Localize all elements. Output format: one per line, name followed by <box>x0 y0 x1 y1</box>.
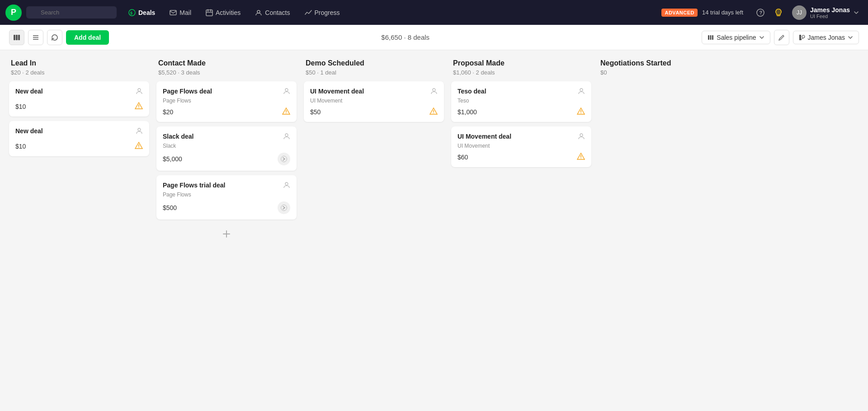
card-company: Page Flows <box>163 191 290 198</box>
svg-point-34 <box>281 156 287 162</box>
cards-container: UI Movement dealUI Movement$50 <box>304 81 444 122</box>
cards-container: New deal$10New deal$10 <box>9 81 149 156</box>
calendar-icon <box>206 9 213 16</box>
column-1: Contact Made$5,520 · 3 dealsPage Flows d… <box>156 59 297 402</box>
trial-text: 14 trial days left <box>702 9 743 16</box>
avatar: JJ <box>792 5 807 20</box>
svg-text:?: ? <box>760 10 763 15</box>
card-amount: $10 <box>15 103 26 110</box>
card-amount: $1,000 <box>458 108 477 116</box>
column-title: Lead In <box>11 59 147 67</box>
card-title: UI Movement deal <box>458 133 578 140</box>
deal-card[interactable]: Teso dealTeso$1,000 <box>451 81 591 122</box>
add-deal-button[interactable]: Add deal <box>66 30 109 45</box>
svg-rect-22 <box>799 35 801 40</box>
lightbulb-icon <box>774 8 783 17</box>
list-view-button[interactable] <box>28 30 43 45</box>
column-0: Lead In$20 · 2 dealsNew deal$10New deal$… <box>9 59 149 402</box>
edit-icon <box>778 34 785 41</box>
chevron-down-icon <box>854 10 859 15</box>
nav-activities[interactable]: Activities <box>199 6 247 19</box>
move-deal-button[interactable] <box>278 153 290 165</box>
nav-deals[interactable]: $ Deals <box>122 6 161 19</box>
mail-icon <box>170 9 177 16</box>
advanced-badge: ADVANCED <box>661 9 698 17</box>
user-menu[interactable]: JJ James Jonas UI Feed <box>788 4 863 22</box>
tips-button[interactable] <box>770 5 787 21</box>
svg-rect-14 <box>16 35 18 40</box>
person-icon <box>578 88 585 97</box>
column-2: Demo Scheduled$50 · 1 dealUI Movement de… <box>304 59 444 402</box>
person-icon <box>283 133 290 142</box>
app-logo[interactable]: P <box>5 5 22 21</box>
deals-icon: $ <box>128 9 136 16</box>
user-filter-chevron-icon <box>848 35 853 40</box>
refresh-button[interactable] <box>47 30 62 45</box>
user-filter-selector[interactable]: James Jonas <box>793 31 859 44</box>
deal-card[interactable]: Page Flows dealPage Flows$20 <box>156 81 297 122</box>
deal-card[interactable]: Page Flows trial dealPage Flows$500 <box>156 175 297 220</box>
column-title: Demo Scheduled <box>306 59 442 67</box>
deal-card[interactable]: Slack dealSlack$5,000 <box>156 126 297 171</box>
warning-icon <box>282 107 290 117</box>
kanban-view-button[interactable] <box>9 30 24 45</box>
card-company: Slack <box>163 143 290 149</box>
pipeline-icon <box>708 34 714 41</box>
help-button[interactable]: ? <box>752 5 769 21</box>
warning-icon <box>577 153 585 162</box>
deal-card[interactable]: New deal$10 <box>9 81 149 117</box>
column-meta: $5,520 · 3 deals <box>158 69 295 76</box>
svg-point-35 <box>285 182 288 185</box>
nav-mail[interactable]: Mail <box>163 6 198 19</box>
svg-point-39 <box>433 89 435 91</box>
column-header: Proposal Made$1,060 · 2 deals <box>451 59 591 81</box>
deal-card[interactable]: UI Movement dealUI Movement$60 <box>451 126 591 167</box>
person-icon <box>430 88 438 97</box>
nav-progress[interactable]: Progress <box>298 6 346 19</box>
warning-icon <box>135 102 143 111</box>
card-amount: $5,000 <box>163 155 182 163</box>
svg-rect-5 <box>206 10 212 16</box>
person-icon <box>578 133 585 142</box>
svg-point-29 <box>138 147 139 148</box>
column-meta: $50 · 1 deal <box>306 69 442 76</box>
person-icon <box>283 88 290 97</box>
pipeline-label: Sales pipeline <box>717 34 756 41</box>
toolbar-right: Sales pipeline James Jonas <box>702 30 859 45</box>
warning-icon <box>429 107 438 117</box>
pipeline-selector[interactable]: Sales pipeline <box>702 31 770 44</box>
deal-summary: $6,650 · 8 deals <box>113 33 698 41</box>
warning-icon <box>577 107 585 117</box>
svg-point-9 <box>257 10 260 13</box>
search-input[interactable] <box>26 6 117 19</box>
deal-card[interactable]: New deal$10 <box>9 121 149 156</box>
svg-point-30 <box>285 89 288 91</box>
toolbar: Add deal $6,650 · 8 deals Sales pipeline <box>0 25 868 50</box>
cards-container: Page Flows dealPage Flows$20Slack dealSl… <box>156 81 297 220</box>
add-card-button[interactable] <box>156 226 297 242</box>
user-subtitle: UI Feed <box>810 14 850 19</box>
svg-point-33 <box>285 134 288 136</box>
edit-pipeline-button[interactable] <box>774 30 789 45</box>
card-amount: $60 <box>458 154 468 161</box>
column-meta: $20 · 2 deals <box>11 69 147 76</box>
column-header: Demo Scheduled$50 · 1 deal <box>304 59 444 81</box>
progress-icon <box>305 9 312 16</box>
kanban-board: Lead In$20 · 2 dealsNew deal$10New deal$… <box>0 50 868 411</box>
card-title: Page Flows trial deal <box>163 182 283 189</box>
svg-point-27 <box>138 128 141 131</box>
svg-rect-13 <box>14 35 15 40</box>
person-icon <box>283 182 290 191</box>
card-title: Slack deal <box>163 133 283 140</box>
svg-point-23 <box>802 35 805 38</box>
help-icon: ? <box>756 9 764 17</box>
column-header: Negotiations Started$0 <box>599 59 739 81</box>
deal-card[interactable]: UI Movement dealUI Movement$50 <box>304 81 444 122</box>
column-title: Contact Made <box>158 59 295 67</box>
move-deal-button[interactable] <box>278 201 290 214</box>
column-header: Lead In$20 · 2 deals <box>9 59 149 81</box>
column-4: Negotiations Started$0 <box>599 59 739 402</box>
svg-rect-19 <box>708 35 709 40</box>
card-title: Teso deal <box>458 88 578 95</box>
nav-contacts[interactable]: Contacts <box>249 6 296 19</box>
